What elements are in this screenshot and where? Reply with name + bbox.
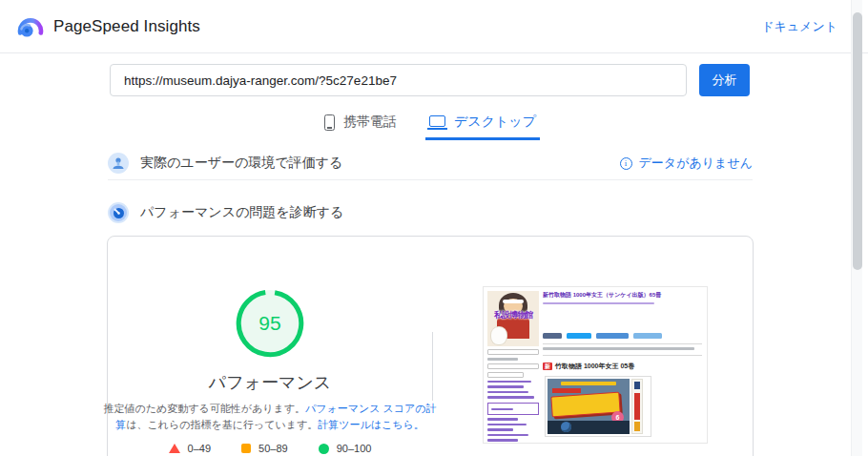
thumbnail-divider [543,355,702,356]
vertical-divider [432,332,433,401]
legend-item-average: 50–89 [241,443,288,454]
lab-gauge-icon [108,202,129,223]
article-heading-text: 竹取物語 1000年女王 05巻 [555,362,634,371]
field-data-section-header: 実際のユーザーの環境で評価する i データがありません [108,147,753,179]
tab-mobile-label: 携帯電話 [343,114,397,131]
device-tabs: 携帯電話 デスクトップ [108,110,753,140]
field-data-user-icon [108,153,129,174]
share-button [567,333,591,339]
spine-art [634,393,640,420]
thumbnail-link-line [487,385,524,388]
banner-art [491,327,506,344]
spine-art [634,422,640,431]
thumbnail-sidebar: 私設博物館 [487,291,539,443]
green-circle-icon [319,444,329,454]
share-button [633,333,662,339]
thumbnail-site-name: 私設博物館 [487,309,539,321]
thumbnail-main-content: 新竹取物語 1000年女王（サンケイ出版）65冊 新 竹取物語 1000年女王 … [543,292,702,443]
desktop-icon [429,115,445,127]
cover-art [548,421,630,434]
score-label: パフォーマンス [209,371,332,394]
score-legend: 0–49 50–89 90–100 [169,443,372,454]
section-divider [108,179,753,180]
thumbnail-post-title: 新竹取物語 1000年女王（サンケイ出版）65冊 [543,292,702,300]
tab-desktop[interactable]: デスクトップ [425,110,540,140]
red-triangle-icon [169,444,180,453]
spine-art [634,382,640,389]
share-button [596,333,629,339]
field-data-section-title: 実際のユーザーの環境で評価する [140,155,342,172]
score-value: 95 [258,312,280,334]
calculator-link[interactable]: 計算ツールはこちら。 [318,419,424,430]
cover-art [561,422,571,432]
performance-score-gauge: 95 [233,286,307,361]
cover-art [552,388,581,393]
legend-range-average: 50–89 [258,443,288,454]
page-screenshot-thumbnail: 私設博物館 新竹取物語 10 [484,287,707,443]
legend-item-poor: 0–49 [169,443,211,454]
manga-book-spine [631,379,643,434]
lab-data-section-header: パフォーマンスの問題を診断する [108,198,753,227]
legend-range-poor: 0–49 [188,443,211,454]
thumbnail-tags-line [543,347,694,350]
thumbnail-link-line [487,418,518,421]
performance-card: 95 パフォーマンス 推定値のため変動する可能性があります。パフォーマンス スコ… [107,236,754,456]
score-column: 95 パフォーマンス 推定値のため変動する可能性があります。パフォーマンス スコ… [108,237,432,454]
pagespeed-logo-icon [17,14,44,39]
tab-mobile[interactable]: 携帯電話 [320,110,401,140]
lab-data-section-title: パフォーマンスの問題を診断する [140,204,343,221]
share-button [543,333,562,339]
thumbnail-divider [543,343,702,344]
thumbnail-link-line [487,428,513,431]
cover-art [550,391,620,417]
url-input[interactable] [110,64,687,96]
cover-art [561,382,616,385]
analyze-button[interactable]: 分析 [699,64,750,96]
orange-square-icon [241,444,251,453]
thumbnail-article-heading: 新 竹取物語 1000年女王 05巻 [543,362,702,371]
thumbnail-category-box [487,403,539,416]
legend-range-good: 90–100 [337,443,372,454]
disclaimer-text-1: 推定値のため変動する可能性があります。 [103,403,305,414]
thumbnail-link-line [487,439,518,442]
no-data-label: データがありません [639,155,753,172]
thumbnail-link-line [487,434,528,437]
thumbnail-button [487,372,524,378]
app-header: PageSpeed Insights ドキュメント [0,0,868,53]
manga-cover-art: 6 [548,379,630,434]
thumbnail-link-line [487,381,531,383]
thumbnail-share-buttons [543,333,702,339]
thumbnail-link-line [487,424,527,426]
tab-desktop-label: デスクトップ [454,114,536,131]
pagespeed-insights-page: PageSpeed Insights ドキュメント 分析 携帯電話 デスクトップ… [0,0,868,456]
scrollbar-track[interactable] [851,0,862,456]
thumbnail-cover-figure: 6 [545,376,651,437]
thumbnail-text-line [487,358,518,361]
legend-item-good: 90–100 [319,443,372,454]
banner-art [503,300,524,303]
thumbnail-link-line [487,391,528,394]
disclaimer-text-2: は、これらの指標を基に行っています。 [126,419,318,430]
new-badge: 新 [543,363,552,370]
documentation-link[interactable]: ドキュメント [761,18,837,35]
mobile-icon [324,114,335,131]
thumbnail-select-box [487,349,539,355]
no-data-status[interactable]: i データがありません [620,155,753,172]
thumbnail-search-box [487,363,539,369]
score-disclaimer: 推定値のため変動する可能性があります。パフォーマンス スコアの計算は、これらの指… [102,401,438,432]
thumbnail-link-line [487,396,534,399]
thumbnail-link-line [491,408,513,411]
scrollbar-thumb[interactable] [853,12,862,270]
thumbnail-site-banner: 私設博物館 [487,291,539,346]
thumbnail-breadcrumb-line [543,302,654,305]
info-icon: i [620,157,632,170]
page-title: PageSpeed Insights [53,17,200,36]
